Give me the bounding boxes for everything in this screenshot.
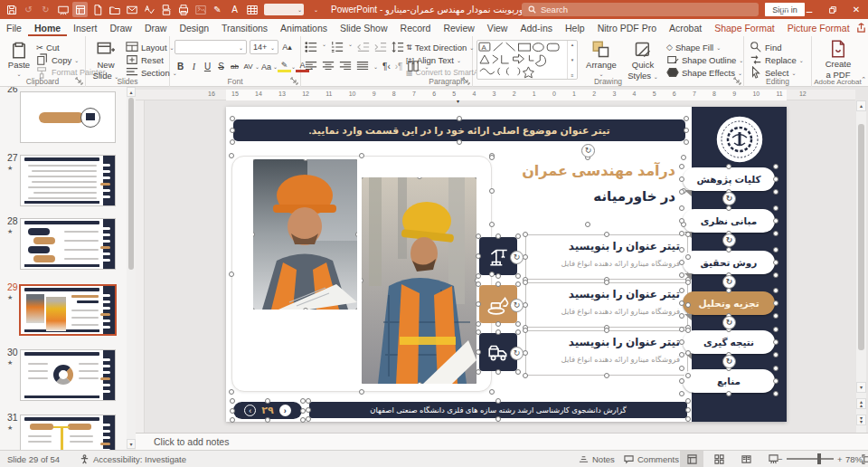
print-preview-icon[interactable] [158,2,174,17]
qat-combobox[interactable]: ⌄ [264,4,304,15]
selection-handle[interactable] [230,116,235,121]
selection-handle[interactable] [515,273,521,279]
tab-add-ins[interactable]: Add-ins [514,19,559,36]
nav-pill-method[interactable]: روش تحقیق [683,251,775,274]
selection-handle[interactable] [773,352,778,357]
previous-page-icon[interactable]: ‹ [244,405,256,416]
selection-handle[interactable] [773,189,778,195]
selection-handle[interactable] [359,153,364,158]
font-tool-icon[interactable]: A [227,2,242,17]
selection-handle[interactable] [604,373,609,378]
slide-heading[interactable]: درآمد مهندسی عمران در خاورمیانه [493,158,683,224]
replace-button[interactable]: Replace⌄ [750,53,804,66]
selection-handle[interactable] [515,329,521,335]
selection-handle[interactable] [495,416,501,422]
selection-handle[interactable] [306,407,311,413]
highlight-color-icon[interactable]: ✎ [278,61,291,72]
selection-handle[interactable] [685,416,691,422]
font-dialog-launcher[interactable] [290,77,298,85]
selection-handle[interactable] [306,416,311,422]
selection-handle[interactable] [726,352,731,357]
quick-styles-button[interactable]: Quick Styles ⌄ [623,41,663,81]
selection-handle[interactable] [679,247,684,253]
selection-handle[interactable] [726,205,731,211]
selection-handle[interactable] [355,232,357,237]
selection-handle[interactable] [515,281,521,287]
content-row-2[interactable]: تیتر عنوان را بنویسید فروشگاه مینارو ارا… [526,283,687,327]
justify-icon[interactable] [356,60,369,72]
selection-handle[interactable] [679,366,684,371]
selection-handle[interactable] [684,139,689,145]
selection-handle[interactable] [515,234,521,239]
next-slide-icon[interactable]: ▾▾ [856,415,866,425]
paste-button[interactable]: Paste⌄ [5,41,33,77]
selection-handle[interactable] [265,417,270,423]
page-number-pill[interactable]: ‹ ۲۹ › [233,402,302,419]
selection-handle[interactable] [515,321,521,327]
shape-outline-button[interactable]: Shape Outline⌄ [666,53,743,66]
selection-handle[interactable] [681,155,686,160]
character-spacing-icon[interactable]: AV [241,60,255,73]
selection-handle[interactable] [489,389,495,395]
selection-handle[interactable] [685,350,691,356]
tab-view[interactable]: View [481,19,514,36]
selection-handle[interactable] [684,128,689,133]
slide-thumbnail-28[interactable] [20,218,116,270]
selection-handle[interactable] [773,339,778,345]
italic-button[interactable]: I [187,60,201,73]
selection-handle[interactable] [773,300,778,306]
selection-handle[interactable] [726,313,731,319]
decrease-indent-icon[interactable] [357,41,370,53]
selection-handle[interactable] [679,272,684,278]
selection-handle[interactable] [475,382,476,384]
slide-title-bar[interactable]: تیتر عنوان موضوع اصلی ارائه خود را در ای… [233,119,685,141]
selection-handle[interactable] [476,301,481,307]
selection-handle[interactable] [773,327,778,332]
shape-fill-button[interactable]: ◇Shape Fill⌄ [666,41,743,53]
selection-handle[interactable] [495,281,501,287]
normal-view-button[interactable] [680,451,703,467]
selection-handle[interactable] [476,329,481,335]
tab-shape-format[interactable]: Shape Format [708,19,781,36]
fit-slide-icon[interactable] [862,451,868,467]
reading-view-button[interactable] [734,451,758,467]
selection-handle[interactable] [685,280,691,285]
align-center-icon[interactable] [322,60,335,72]
selection-handle[interactable] [303,308,308,310]
selection-handle[interactable] [679,260,684,265]
change-case-icon[interactable]: Aa [259,60,273,73]
previous-slide-icon[interactable]: ▴▴ [856,398,866,409]
selection-handle[interactable] [726,189,731,195]
redo-icon[interactable]: ↻ [38,2,53,17]
line-spacing-icon[interactable] [392,41,404,53]
slide-thumbnail-31[interactable] [20,415,116,450]
undo-icon[interactable]: ↺ [21,2,36,17]
save-icon[interactable] [4,2,19,17]
selection-handle[interactable] [679,313,684,319]
selection-handle[interactable] [685,328,691,333]
align-right-icon[interactable] [339,60,352,72]
selection-handle[interactable] [417,382,422,384]
rtl-paragraph-icon[interactable]: ¶‹ [382,62,391,71]
selection-handle[interactable] [489,188,495,194]
selection-handle[interactable] [229,272,234,277]
selection-handle[interactable] [355,308,357,310]
selection-handle[interactable] [773,231,778,236]
bullets-icon[interactable] [305,41,317,53]
selection-handle[interactable] [726,272,731,278]
close-icon[interactable]: ✕ [844,0,868,19]
selection-handle[interactable] [230,408,235,414]
selection-handle[interactable] [585,222,590,227]
tab-slide-show[interactable]: Slide Show [334,19,394,36]
slide-sorter-view-button[interactable] [707,451,731,467]
tab-nitro-pdf[interactable]: Nitro PDF Pro [591,19,663,36]
selection-handle[interactable] [495,234,501,239]
selection-handle[interactable] [773,366,778,371]
tab-draw[interactable]: Draw [103,19,138,36]
selection-handle[interactable] [684,116,689,121]
tab-file[interactable]: File [0,19,28,36]
selection-handle[interactable] [489,222,495,227]
slide-29[interactable]: تیتر عنوان موضوع اصلی ارائه خود را در ای… [226,107,787,422]
nav-pill-references[interactable]: منابع [683,369,775,393]
selection-handle[interactable] [229,153,234,158]
